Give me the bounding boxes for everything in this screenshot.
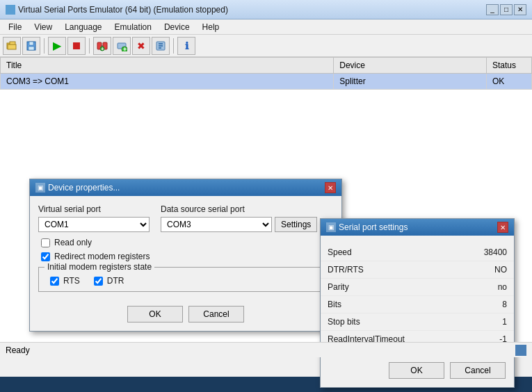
toolbar-sep-2 (89, 38, 90, 54)
status-bar-indicator (515, 345, 526, 356)
bits-label: Bits (321, 296, 437, 313)
bits-value: 8 (437, 296, 514, 313)
read-only-row: Read only (38, 238, 333, 247)
toolbar-sep-1 (44, 38, 45, 54)
virtual-port-select[interactable]: COM1 COM2 COM3 COM4 (38, 217, 150, 232)
setting-dtr-rts: DTR/RTS NO (321, 261, 514, 279)
speed-label: Speed (321, 244, 437, 261)
rts-label: RTS (63, 276, 80, 286)
parity-value: no (437, 279, 514, 296)
col-header-status: Status (487, 58, 532, 74)
rts-row: RTS (47, 276, 80, 286)
menu-emulation[interactable]: Emulation (109, 21, 157, 33)
setting-stop-bits: Stop bits 1 (321, 313, 514, 331)
app-window: Virtual Serial Ports Emulator (64 bit) (… (0, 0, 532, 377)
add-pair-button[interactable]: + (93, 37, 111, 55)
dtr-checkbox[interactable] (94, 277, 103, 286)
device-props-title-bar: ▣ Device properties... ✕ (30, 179, 341, 196)
redirect-modem-checkbox[interactable] (41, 252, 50, 261)
svg-rect-5 (29, 47, 34, 50)
parity-label: Parity (321, 279, 437, 296)
serial-ok-button[interactable]: OK (389, 362, 444, 379)
row-title: COM3 => COM1 (1, 74, 334, 90)
main-content: Title Device Status COM3 => COM1 Splitte… (0, 57, 532, 357)
status-text: Ready (6, 345, 515, 355)
row-device: Splitter (334, 74, 487, 90)
serial-settings-close-button[interactable]: ✕ (497, 222, 508, 233)
svg-text:+: + (101, 46, 104, 51)
menu-bar: File View Language Emulation Device Help (0, 19, 532, 35)
redirect-modem-label: Redirect modem registers (54, 252, 150, 261)
row-status: OK (487, 74, 532, 90)
data-source-select[interactable]: COM1 COM2 COM3 COM4 (161, 217, 272, 232)
data-source-group: Data source serial port COM1 COM2 COM3 C… (161, 204, 317, 232)
vspe-icon (6, 5, 15, 15)
settings-button[interactable]: Settings (275, 217, 317, 232)
speed-value: 38400 (437, 244, 514, 261)
read-only-label: Read only (54, 238, 92, 247)
dtr-label: DTR (107, 276, 124, 286)
dialog-overlay: ▣ Device properties... ✕ Virtual serial … (0, 57, 532, 357)
serial-settings-dialog[interactable]: ▣ Serial port settings ✕ Speed 38400 DTR… (320, 218, 515, 388)
serial-settings-body: Speed 38400 DTR/RTS NO Parity no (321, 236, 514, 357)
dtr-rts-value: NO (437, 261, 514, 279)
table-row[interactable]: COM3 => COM1 Splitter OK (1, 74, 532, 90)
dtr-row: DTR (91, 276, 124, 286)
toolbar-sep-3 (173, 38, 174, 54)
devices-table: Title Device Status COM3 => COM1 Splitte… (0, 57, 532, 90)
device-props-icon: ▣ (35, 183, 45, 193)
menu-file[interactable]: File (3, 21, 27, 33)
menu-device[interactable]: Device (159, 21, 195, 33)
open-button[interactable] (3, 37, 21, 55)
stop-bits-label: Stop bits (321, 313, 437, 331)
toolbar: ▶ ⏹ + + ✖ (0, 35, 532, 57)
properties-button[interactable] (152, 37, 170, 55)
device-props-body: Virtual serial port COM1 COM2 COM3 COM4 … (30, 196, 341, 300)
setting-bits: Bits 8 (321, 296, 514, 313)
svg-rect-4 (29, 42, 33, 45)
maximize-button[interactable]: □ (500, 4, 513, 15)
device-props-ok-button[interactable]: OK (127, 306, 183, 322)
setting-parity: Parity no (321, 279, 514, 296)
setting-speed: Speed 38400 (321, 244, 514, 261)
title-controls: _ □ ✕ (486, 4, 526, 15)
device-props-close-button[interactable]: ✕ (325, 182, 336, 193)
device-props-cancel-button[interactable]: Cancel (188, 306, 244, 322)
read-only-checkbox[interactable] (41, 238, 50, 247)
col-header-device: Device (334, 58, 487, 74)
svg-text:+: + (123, 46, 127, 51)
menu-view[interactable]: View (29, 21, 58, 33)
initial-state-group: Initial modem registers state RTS DTR (38, 267, 333, 292)
serial-settings-title: Serial port settings (339, 222, 497, 232)
minimize-button[interactable]: _ (486, 4, 499, 15)
virtual-port-group: Virtual serial port COM1 COM2 COM3 COM4 (38, 204, 150, 232)
svg-rect-2 (8, 44, 16, 49)
data-source-label: Data source serial port (161, 204, 317, 214)
modem-registers-content: RTS DTR (47, 273, 324, 286)
serial-cancel-button[interactable]: Cancel (450, 362, 506, 379)
initial-state-legend: Initial modem registers state (45, 262, 154, 272)
start-button[interactable]: ▶ (48, 37, 66, 55)
menu-help[interactable]: Help (197, 21, 225, 33)
stop-button[interactable]: ⏹ (67, 37, 86, 55)
about-button[interactable]: ℹ (177, 37, 195, 55)
virtual-port-label: Virtual serial port (38, 204, 150, 214)
serial-settings-footer: OK Cancel (321, 357, 514, 387)
serial-settings-table: Speed 38400 DTR/RTS NO Parity no (321, 244, 514, 348)
save-button[interactable] (22, 37, 40, 55)
close-button[interactable]: ✕ (514, 4, 526, 15)
delete-button[interactable]: ✖ (132, 37, 150, 55)
ports-row: Virtual serial port COM1 COM2 COM3 COM4 … (38, 204, 333, 232)
stop-bits-value: 1 (437, 313, 514, 331)
device-props-dialog[interactable]: ▣ Device properties... ✕ Virtual serial … (29, 179, 342, 332)
redirect-modem-row: Redirect modem registers (38, 252, 333, 261)
rts-checkbox[interactable] (50, 277, 59, 286)
add-device-button[interactable]: + (113, 37, 131, 55)
serial-settings-title-bar: ▣ Serial port settings ✕ (321, 219, 514, 236)
menu-language[interactable]: Language (59, 21, 107, 33)
device-props-title: Device properties... (48, 183, 325, 193)
serial-settings-icon: ▣ (326, 222, 336, 232)
status-bar: Ready (0, 342, 532, 357)
col-header-title: Title (1, 58, 334, 74)
dtr-rts-label: DTR/RTS (321, 261, 437, 279)
